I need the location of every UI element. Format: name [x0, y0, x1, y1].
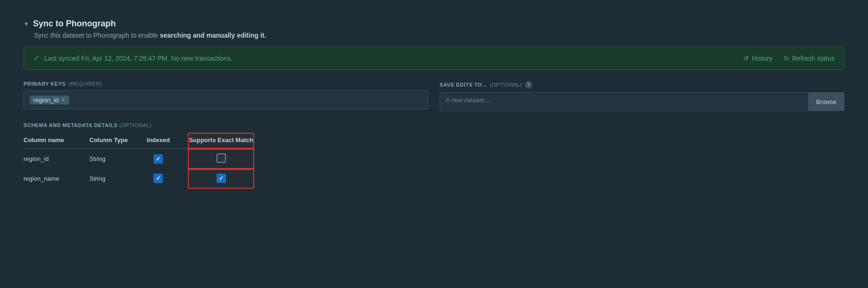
- indexed-checkbox-2[interactable]: [153, 174, 163, 183]
- row2-col-exact-match: [189, 169, 253, 188]
- table-row: region_id String: [24, 149, 253, 169]
- indexed-checkbox-1[interactable]: [153, 154, 163, 164]
- sync-status-text: Last synced Fri, Apr 12, 2024, 7:29:47 P…: [44, 55, 233, 62]
- primary-key-tag: region_id ×: [30, 96, 69, 104]
- save-edits-group: SAVE EDITS TO... (OPTIONAL) ? A new data…: [440, 81, 844, 111]
- primary-keys-label: PRIMARY KEYS (REQUIRED): [24, 81, 428, 87]
- col-header-indexed: Indexed: [146, 134, 189, 149]
- schema-table: Column name Column Type Indexed Supports…: [24, 134, 253, 188]
- row1-col-indexed: [146, 149, 189, 169]
- help-icon[interactable]: ?: [525, 81, 532, 88]
- schema-section-label: SCHEMA AND METADATA DETAILS (OPTIONAL): [24, 122, 844, 128]
- history-label: History: [752, 55, 772, 62]
- row1-col-type: String: [89, 149, 146, 169]
- row1-col-name: region_id: [24, 149, 89, 169]
- col-header-exact-match: Supports Exact Match: [189, 134, 253, 149]
- col-header-type: Column Type: [89, 134, 146, 149]
- history-button[interactable]: ↺ History: [743, 55, 772, 62]
- refresh-status-label: Refresh status: [792, 55, 835, 62]
- col-header-name: Column name: [24, 134, 89, 149]
- sync-status-right: ↺ History ↻ Refresh status: [743, 55, 835, 62]
- row2-col-type: String: [89, 169, 146, 188]
- sync-status-bar: ✓ Last synced Fri, Apr 12, 2024, 7:29:47…: [24, 47, 844, 70]
- section-subtitle: Sync this dataset to Phonograph to enabl…: [24, 32, 844, 39]
- form-row: PRIMARY KEYS (REQUIRED) region_id × SAVE…: [24, 81, 844, 111]
- collapse-arrow[interactable]: ▼: [24, 21, 29, 27]
- primary-keys-group: PRIMARY KEYS (REQUIRED) region_id ×: [24, 81, 428, 111]
- section-title: Sync to Phonograph: [33, 19, 116, 29]
- browse-button[interactable]: Browse: [808, 92, 844, 111]
- check-icon: ✓: [33, 54, 40, 63]
- row2-col-name: region_name: [24, 169, 89, 188]
- table-header-row: Column name Column Type Indexed Supports…: [24, 134, 253, 149]
- tag-remove-button[interactable]: ×: [62, 96, 65, 103]
- row1-col-exact-match: [189, 149, 253, 169]
- exact-match-checkbox-2[interactable]: [217, 174, 226, 183]
- section-header: ▼ Sync to Phonograph: [24, 19, 844, 29]
- exact-match-checkbox-1[interactable]: [217, 153, 226, 163]
- sync-status-left: ✓ Last synced Fri, Apr 12, 2024, 7:29:47…: [33, 54, 233, 63]
- row2-col-indexed: [146, 169, 189, 188]
- dataset-input-row: A new dataset… Browse: [440, 92, 844, 111]
- refresh-icon: ↻: [784, 55, 789, 62]
- schema-section: SCHEMA AND METADATA DETAILS (OPTIONAL) C…: [24, 122, 844, 188]
- save-edits-label: SAVE EDITS TO... (OPTIONAL) ?: [440, 81, 844, 88]
- table-row: region_name String: [24, 169, 253, 188]
- sync-section: ▼ Sync to Phonograph Sync this dataset t…: [24, 19, 844, 188]
- primary-keys-input[interactable]: region_id ×: [24, 90, 428, 109]
- history-icon: ↺: [743, 55, 749, 62]
- refresh-status-button[interactable]: ↻ Refresh status: [784, 55, 835, 62]
- dataset-input[interactable]: A new dataset…: [440, 92, 808, 111]
